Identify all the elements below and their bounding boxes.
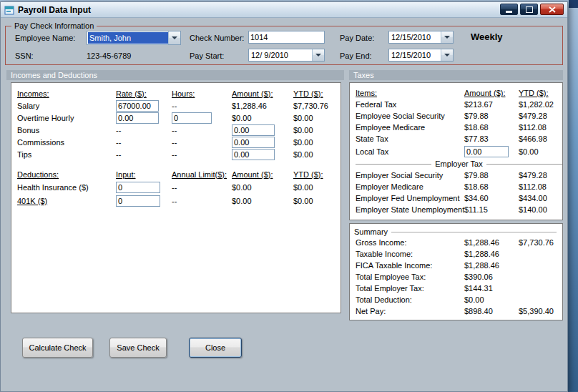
hours-column-header: Hours:: [172, 87, 232, 99]
local-tax-label: Local Tax: [356, 144, 464, 158]
total-deduction-ytd: [519, 294, 562, 305]
tips-amount-input[interactable]: [232, 149, 275, 160]
pay-end-datepicker[interactable]: 12/15/2010: [388, 49, 454, 62]
pay-date-dropdown-button[interactable]: [441, 31, 453, 43]
pay-date-label: Pay Date:: [340, 33, 374, 43]
bonus-label: Bonus: [17, 124, 116, 136]
commissions-amount-input[interactable]: [232, 137, 275, 148]
bonus-amount-input[interactable]: [232, 124, 275, 136]
total-employer-tax-ytd: [519, 283, 562, 294]
close-window-button[interactable]: [540, 4, 564, 15]
pay-end-dropdown-button[interactable]: [441, 49, 453, 61]
health-insurance-input[interactable]: [116, 182, 160, 193]
total-deduction-amount: $0.00: [464, 294, 519, 305]
input-column-header: Input:: [116, 168, 172, 180]
taxes-section-header: Taxes: [349, 70, 563, 80]
cell: [232, 148, 293, 160]
employer-medicare-amount: $18.68: [464, 181, 519, 192]
employee-name-dropdown-button[interactable]: [168, 31, 180, 44]
summary-title: Summary: [354, 227, 388, 236]
tips-ytd: $0.00: [293, 148, 341, 160]
employer-fed-unemployment-ytd: $434.00: [519, 192, 562, 204]
employer-medicare-label: Employer Medicare: [356, 181, 464, 192]
overtime-hours-input[interactable]: [172, 112, 212, 124]
local-tax-input[interactable]: [464, 146, 509, 157]
commissions-hours: --: [172, 136, 232, 148]
total-employee-tax-ytd: [519, 271, 562, 283]
fica-taxable-income-label: FICA Taxable Income:: [356, 260, 464, 271]
employee-name-combobox[interactable]: Smith, John: [87, 31, 181, 45]
incomes-deductions-panel: Incomes: Rate ($): Hours: Amount ($): YT…: [11, 82, 341, 313]
employer-tax-divider: Employer Tax: [356, 158, 562, 170]
taxable-income-label: Taxable Income:: [356, 248, 464, 260]
cell: [116, 99, 172, 112]
ssn-value: 123-45-6789: [87, 51, 131, 61]
payroll-window: Payroll Data Input Pay Check Information…: [0, 1, 568, 392]
total-employer-tax-label: Total Employer Tax:: [356, 283, 464, 294]
paycheck-info-group: Pay Check Information Employee Name: Smi…: [5, 26, 563, 65]
employer-fed-unemployment-label: Employer Fed Unemployment: [356, 192, 464, 204]
incomes-table: Incomes: Rate ($): Hours: Amount ($): YT…: [11, 83, 341, 207]
401k-link[interactable]: 401K ($): [17, 194, 116, 207]
cell: [116, 112, 172, 124]
salary-ytd: $7,730.76: [293, 99, 341, 112]
total-employee-tax-label: Total Employee Tax:: [356, 271, 464, 283]
net-pay-amount: $898.40: [464, 305, 519, 317]
deduction-amount-column-header: Amount ($):: [232, 168, 293, 180]
employee-medicare-label: Employee Medicare: [356, 122, 464, 133]
cell: [464, 144, 519, 158]
deductions-column-header: Deductions:: [17, 168, 116, 180]
deduction-ytd-column-header: YTD ($):: [293, 168, 341, 180]
pay-start-datepicker[interactable]: 12/ 9/2010: [248, 49, 325, 62]
window-title: Payroll Data Input: [18, 5, 91, 15]
health-insurance-limit: --: [172, 180, 232, 194]
close-icon: [549, 6, 556, 13]
net-pay-label: Net Pay:: [356, 305, 464, 317]
maximize-button[interactable]: [520, 4, 538, 15]
employer-fed-unemployment-amount: $34.60: [464, 192, 519, 204]
titlebar[interactable]: Payroll Data Input: [1, 2, 567, 18]
close-button[interactable]: Close: [189, 338, 242, 358]
total-employee-tax-amount: $390.06: [464, 271, 519, 283]
save-check-button[interactable]: Save Check: [109, 338, 167, 358]
employer-state-unemployment-amount: $11.15: [464, 204, 519, 215]
employee-medicare-ytd: $112.08: [519, 122, 562, 133]
pay-start-dropdown-button[interactable]: [312, 49, 324, 61]
pay-start-value: 12/ 9/2010: [249, 49, 312, 61]
cell: [172, 112, 232, 124]
salary-rate-input[interactable]: [116, 100, 159, 112]
employee-ss-amount: $79.88: [464, 110, 519, 122]
summary-panel: Summary Gross Income: $1,288.46 $7,730.7…: [349, 223, 563, 320]
tips-label: Tips: [17, 148, 116, 160]
fica-taxable-income-amount: $1,288.46: [464, 260, 519, 271]
tax-amount-column-header: Amount ($):: [464, 87, 519, 99]
total-employer-tax-amount: $144.31: [464, 283, 519, 294]
bonus-rate: --: [116, 124, 172, 136]
pay-frequency-label: Weekly: [471, 31, 503, 42]
calculate-check-button[interactable]: Calculate Check: [22, 338, 93, 358]
spacer: [17, 160, 341, 168]
taxable-income-ytd: [519, 248, 562, 260]
tips-hours: --: [172, 148, 232, 160]
fica-taxable-income-ytd: [519, 260, 562, 271]
pay-date-datepicker[interactable]: 12/15/2010: [388, 31, 454, 44]
check-number-input[interactable]: [248, 31, 325, 44]
cell: [116, 194, 172, 207]
maximize-icon: [526, 6, 533, 13]
pay-end-label: Pay End:: [340, 51, 372, 61]
gross-income-label: Gross Income:: [356, 237, 464, 248]
federal-tax-ytd: $1,282.02: [519, 99, 562, 110]
employer-state-unemployment-label: Employer State Unemployment: [356, 204, 464, 215]
taxes-panel: Items: Amount ($): YTD ($): Federal Tax …: [349, 82, 563, 220]
bonus-hours: --: [172, 124, 232, 136]
overtime-rate-input[interactable]: [116, 112, 159, 124]
annual-limit-column-header: Annual Limit($):: [172, 168, 232, 180]
federal-tax-label: Federal Tax: [356, 99, 464, 110]
401k-input[interactable]: [116, 195, 160, 207]
amount-column-header: Amount ($):: [232, 87, 293, 99]
minimize-button[interactable]: [500, 4, 518, 15]
local-tax-ytd: $0.00: [519, 144, 562, 158]
commissions-rate: --: [116, 136, 172, 148]
app-icon: [4, 5, 14, 15]
form-body: Pay Check Information Employee Name: Smi…: [1, 18, 567, 392]
